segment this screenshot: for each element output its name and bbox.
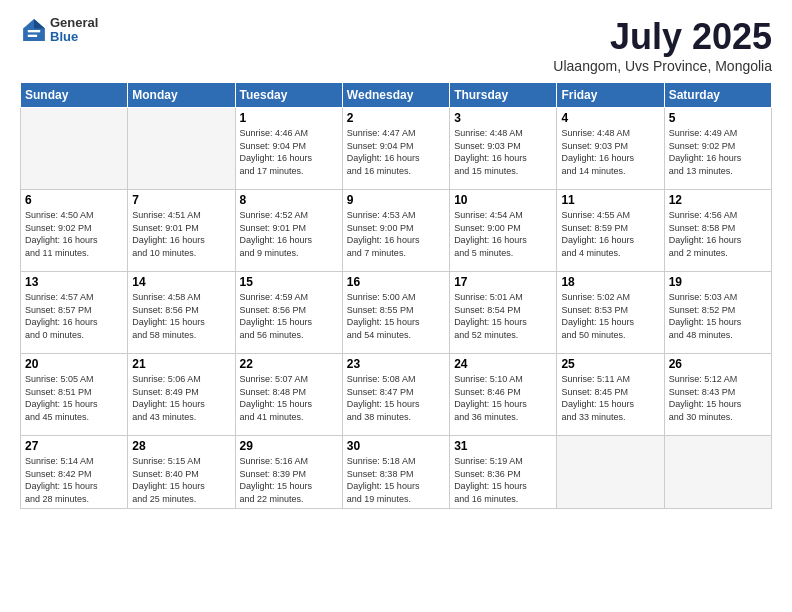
day-number: 28 [132, 439, 230, 453]
day-info: Sunrise: 5:12 AM Sunset: 8:43 PM Dayligh… [669, 373, 767, 423]
day-number: 26 [669, 357, 767, 371]
day-info: Sunrise: 5:01 AM Sunset: 8:54 PM Dayligh… [454, 291, 552, 341]
day-number: 21 [132, 357, 230, 371]
logo-general-text: General [50, 16, 98, 30]
day-info: Sunrise: 4:48 AM Sunset: 9:03 PM Dayligh… [454, 127, 552, 177]
table-row [557, 436, 664, 509]
col-sunday: Sunday [21, 83, 128, 108]
day-info: Sunrise: 4:50 AM Sunset: 9:02 PM Dayligh… [25, 209, 123, 259]
day-number: 11 [561, 193, 659, 207]
day-info: Sunrise: 4:55 AM Sunset: 8:59 PM Dayligh… [561, 209, 659, 259]
table-row: 1Sunrise: 4:46 AM Sunset: 9:04 PM Daylig… [235, 108, 342, 190]
day-number: 19 [669, 275, 767, 289]
day-info: Sunrise: 5:11 AM Sunset: 8:45 PM Dayligh… [561, 373, 659, 423]
day-number: 6 [25, 193, 123, 207]
day-number: 3 [454, 111, 552, 125]
svg-rect-3 [28, 30, 40, 32]
table-row: 13Sunrise: 4:57 AM Sunset: 8:57 PM Dayli… [21, 272, 128, 354]
day-number: 23 [347, 357, 445, 371]
day-info: Sunrise: 5:00 AM Sunset: 8:55 PM Dayligh… [347, 291, 445, 341]
table-row: 6Sunrise: 4:50 AM Sunset: 9:02 PM Daylig… [21, 190, 128, 272]
table-row: 28Sunrise: 5:15 AM Sunset: 8:40 PM Dayli… [128, 436, 235, 509]
day-number: 7 [132, 193, 230, 207]
table-row: 20Sunrise: 5:05 AM Sunset: 8:51 PM Dayli… [21, 354, 128, 436]
day-info: Sunrise: 4:56 AM Sunset: 8:58 PM Dayligh… [669, 209, 767, 259]
day-number: 12 [669, 193, 767, 207]
day-number: 5 [669, 111, 767, 125]
day-number: 17 [454, 275, 552, 289]
header: General Blue July 2025 Ulaangom, Uvs Pro… [20, 16, 772, 74]
day-number: 20 [25, 357, 123, 371]
table-row [664, 436, 771, 509]
logo-icon [20, 16, 48, 44]
table-row [21, 108, 128, 190]
day-info: Sunrise: 4:53 AM Sunset: 9:00 PM Dayligh… [347, 209, 445, 259]
day-number: 15 [240, 275, 338, 289]
day-info: Sunrise: 5:16 AM Sunset: 8:39 PM Dayligh… [240, 455, 338, 505]
day-number: 25 [561, 357, 659, 371]
day-number: 1 [240, 111, 338, 125]
subtitle: Ulaangom, Uvs Province, Mongolia [553, 58, 772, 74]
day-info: Sunrise: 4:46 AM Sunset: 9:04 PM Dayligh… [240, 127, 338, 177]
logo-text: General Blue [50, 16, 98, 45]
day-number: 29 [240, 439, 338, 453]
table-row: 21Sunrise: 5:06 AM Sunset: 8:49 PM Dayli… [128, 354, 235, 436]
table-row: 22Sunrise: 5:07 AM Sunset: 8:48 PM Dayli… [235, 354, 342, 436]
table-row: 11Sunrise: 4:55 AM Sunset: 8:59 PM Dayli… [557, 190, 664, 272]
table-row [128, 108, 235, 190]
table-row: 4Sunrise: 4:48 AM Sunset: 9:03 PM Daylig… [557, 108, 664, 190]
table-row: 24Sunrise: 5:10 AM Sunset: 8:46 PM Dayli… [450, 354, 557, 436]
day-info: Sunrise: 5:08 AM Sunset: 8:47 PM Dayligh… [347, 373, 445, 423]
day-info: Sunrise: 5:15 AM Sunset: 8:40 PM Dayligh… [132, 455, 230, 505]
col-tuesday: Tuesday [235, 83, 342, 108]
day-info: Sunrise: 4:59 AM Sunset: 8:56 PM Dayligh… [240, 291, 338, 341]
table-row: 10Sunrise: 4:54 AM Sunset: 9:00 PM Dayli… [450, 190, 557, 272]
day-info: Sunrise: 4:57 AM Sunset: 8:57 PM Dayligh… [25, 291, 123, 341]
table-row: 2Sunrise: 4:47 AM Sunset: 9:04 PM Daylig… [342, 108, 449, 190]
table-row: 14Sunrise: 4:58 AM Sunset: 8:56 PM Dayli… [128, 272, 235, 354]
day-info: Sunrise: 5:07 AM Sunset: 8:48 PM Dayligh… [240, 373, 338, 423]
day-number: 4 [561, 111, 659, 125]
day-number: 14 [132, 275, 230, 289]
day-info: Sunrise: 5:19 AM Sunset: 8:36 PM Dayligh… [454, 455, 552, 505]
table-row: 26Sunrise: 5:12 AM Sunset: 8:43 PM Dayli… [664, 354, 771, 436]
col-wednesday: Wednesday [342, 83, 449, 108]
day-info: Sunrise: 5:06 AM Sunset: 8:49 PM Dayligh… [132, 373, 230, 423]
svg-rect-4 [28, 35, 37, 37]
day-info: Sunrise: 5:14 AM Sunset: 8:42 PM Dayligh… [25, 455, 123, 505]
table-row: 27Sunrise: 5:14 AM Sunset: 8:42 PM Dayli… [21, 436, 128, 509]
day-info: Sunrise: 4:58 AM Sunset: 8:56 PM Dayligh… [132, 291, 230, 341]
table-row: 25Sunrise: 5:11 AM Sunset: 8:45 PM Dayli… [557, 354, 664, 436]
calendar: Sunday Monday Tuesday Wednesday Thursday… [20, 82, 772, 509]
table-row: 31Sunrise: 5:19 AM Sunset: 8:36 PM Dayli… [450, 436, 557, 509]
day-info: Sunrise: 4:47 AM Sunset: 9:04 PM Dayligh… [347, 127, 445, 177]
day-info: Sunrise: 4:54 AM Sunset: 9:00 PM Dayligh… [454, 209, 552, 259]
day-info: Sunrise: 5:18 AM Sunset: 8:38 PM Dayligh… [347, 455, 445, 505]
table-row: 30Sunrise: 5:18 AM Sunset: 8:38 PM Dayli… [342, 436, 449, 509]
table-row: 16Sunrise: 5:00 AM Sunset: 8:55 PM Dayli… [342, 272, 449, 354]
table-row: 29Sunrise: 5:16 AM Sunset: 8:39 PM Dayli… [235, 436, 342, 509]
day-info: Sunrise: 5:03 AM Sunset: 8:52 PM Dayligh… [669, 291, 767, 341]
table-row: 17Sunrise: 5:01 AM Sunset: 8:54 PM Dayli… [450, 272, 557, 354]
title-block: July 2025 Ulaangom, Uvs Province, Mongol… [553, 16, 772, 74]
day-number: 10 [454, 193, 552, 207]
table-row: 18Sunrise: 5:02 AM Sunset: 8:53 PM Dayli… [557, 272, 664, 354]
day-number: 9 [347, 193, 445, 207]
day-info: Sunrise: 5:10 AM Sunset: 8:46 PM Dayligh… [454, 373, 552, 423]
day-info: Sunrise: 5:02 AM Sunset: 8:53 PM Dayligh… [561, 291, 659, 341]
day-info: Sunrise: 4:51 AM Sunset: 9:01 PM Dayligh… [132, 209, 230, 259]
day-number: 22 [240, 357, 338, 371]
col-monday: Monday [128, 83, 235, 108]
table-row: 7Sunrise: 4:51 AM Sunset: 9:01 PM Daylig… [128, 190, 235, 272]
day-number: 18 [561, 275, 659, 289]
col-thursday: Thursday [450, 83, 557, 108]
table-row: 23Sunrise: 5:08 AM Sunset: 8:47 PM Dayli… [342, 354, 449, 436]
main-title: July 2025 [553, 16, 772, 58]
day-info: Sunrise: 5:05 AM Sunset: 8:51 PM Dayligh… [25, 373, 123, 423]
logo: General Blue [20, 16, 98, 45]
table-row: 15Sunrise: 4:59 AM Sunset: 8:56 PM Dayli… [235, 272, 342, 354]
calendar-header-row: Sunday Monday Tuesday Wednesday Thursday… [21, 83, 772, 108]
day-number: 24 [454, 357, 552, 371]
day-number: 31 [454, 439, 552, 453]
table-row: 3Sunrise: 4:48 AM Sunset: 9:03 PM Daylig… [450, 108, 557, 190]
